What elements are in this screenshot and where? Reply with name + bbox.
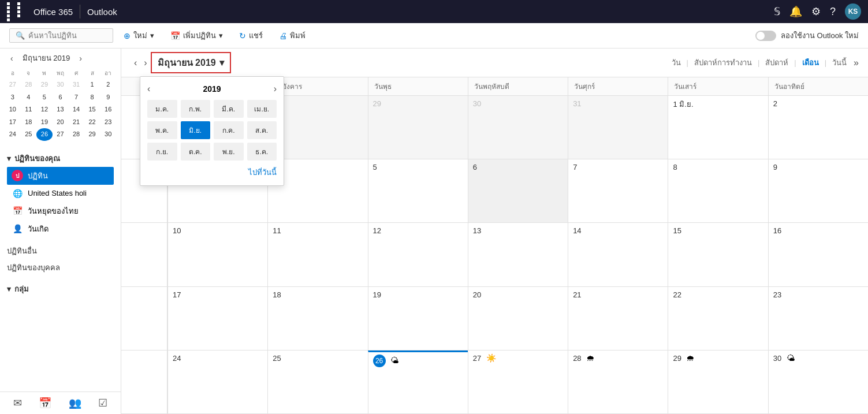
sidebar-item-birthday[interactable]: 👤 วันเกิด: [7, 220, 114, 238]
mini-day[interactable]: 6: [53, 91, 69, 104]
app-launcher-icon[interactable]: [7, 2, 27, 21]
cal-day[interactable]: 14: [568, 223, 668, 286]
mini-day[interactable]: 18: [21, 116, 37, 129]
cal-day[interactable]: 12: [368, 223, 468, 286]
mini-day[interactable]: 28: [68, 128, 84, 141]
cal-day[interactable]: 31: [568, 96, 668, 159]
view-day[interactable]: วัน: [669, 55, 683, 70]
view-work-week[interactable]: สัปดาห์การทำงาน: [692, 55, 754, 70]
avatar[interactable]: KS: [845, 3, 861, 20]
people-calendars[interactable]: ปฏิทินของบุคคล: [0, 259, 121, 276]
cal-day[interactable]: 21: [568, 287, 668, 350]
help-icon[interactable]: ?: [830, 6, 836, 18]
mini-day[interactable]: 27: [53, 128, 69, 141]
cal-day[interactable]: 19: [368, 287, 468, 350]
mail-icon[interactable]: ✉: [13, 397, 22, 409]
settings-icon[interactable]: ⚙: [811, 5, 821, 18]
cal-day[interactable]: 17: [167, 287, 267, 350]
cal-day[interactable]: 18: [267, 287, 367, 350]
mini-day[interactable]: 29: [84, 128, 100, 141]
month-title-btn[interactable]: มิถุนายน 2019 ▾: [151, 52, 231, 73]
collapse-sidebar-btn[interactable]: »: [854, 58, 859, 68]
cal-day[interactable]: 5: [368, 159, 468, 222]
skype-icon[interactable]: 𝕊: [774, 5, 780, 18]
calendar-icon[interactable]: 📅: [39, 397, 51, 409]
mini-next-btn[interactable]: ›: [76, 53, 85, 64]
mp-month-may[interactable]: พ.ค.: [147, 121, 177, 139]
mini-day[interactable]: 28: [21, 79, 37, 91]
mini-day[interactable]: 9: [100, 91, 116, 104]
cal-day[interactable]: 23: [768, 287, 868, 350]
mini-day[interactable]: 27: [5, 79, 21, 91]
cal-day[interactable]: 28 🌧: [568, 350, 668, 413]
cal-day[interactable]: 29 🌧: [668, 350, 768, 413]
cal-day[interactable]: 27 ☀️: [468, 350, 568, 413]
cal-prev-btn[interactable]: ‹: [131, 57, 140, 69]
cal-day[interactable]: 13: [468, 223, 568, 286]
mini-day[interactable]: 17: [5, 116, 21, 129]
print-button[interactable]: 🖨 พิมพ์: [273, 27, 311, 44]
mini-day[interactable]: 15: [84, 103, 100, 116]
mini-prev-btn[interactable]: ‹: [7, 53, 17, 64]
cal-day[interactable]: 30 🌤: [768, 350, 868, 413]
cal-day[interactable]: 9: [768, 159, 868, 222]
cal-day[interactable]: 22: [668, 287, 768, 350]
cal-day[interactable]: 24: [167, 350, 267, 413]
search-box[interactable]: 🔍: [9, 28, 113, 43]
mini-day[interactable]: 25: [21, 128, 37, 141]
mini-day[interactable]: 13: [53, 103, 69, 116]
sidebar-item-calendar[interactable]: ป ปฏิทิน: [7, 167, 114, 185]
mini-day[interactable]: 31: [68, 79, 84, 91]
view-month[interactable]: เดือน: [800, 55, 821, 70]
groups-header[interactable]: ▾ กลุ่ม: [7, 281, 114, 297]
mini-day[interactable]: 10: [5, 103, 21, 116]
cal-day[interactable]: 25: [267, 350, 367, 413]
mp-month-jan[interactable]: ม.ค.: [147, 100, 177, 118]
mp-month-apr[interactable]: เม.ย.: [247, 100, 277, 118]
cal-day[interactable]: 2: [768, 96, 868, 159]
mini-day[interactable]: 30: [100, 128, 116, 141]
mini-day[interactable]: 4: [21, 91, 37, 104]
mp-month-mar[interactable]: มี.ค.: [214, 100, 244, 118]
mini-day[interactable]: 30: [53, 79, 69, 91]
other-calendars[interactable]: ปฏิทินอื่น: [0, 243, 121, 259]
mp-today-link[interactable]: ไปที่วันนี้: [248, 168, 277, 177]
cal-day[interactable]: 30: [468, 96, 568, 159]
tasks-icon[interactable]: ☑: [98, 397, 107, 409]
mini-day[interactable]: 7: [68, 91, 84, 104]
mini-day[interactable]: 29: [36, 79, 53, 91]
cal-day[interactable]: 29: [368, 96, 468, 159]
cal-day[interactable]: 6: [468, 159, 568, 222]
view-today[interactable]: วันนี้: [830, 55, 849, 70]
mini-day[interactable]: 23: [100, 116, 116, 129]
mini-day[interactable]: 20: [53, 116, 69, 129]
cal-day[interactable]: 15: [668, 223, 768, 286]
mini-day[interactable]: 22: [84, 116, 100, 129]
search-input[interactable]: [28, 31, 103, 40]
cal-day[interactable]: 10: [167, 223, 267, 286]
notification-icon[interactable]: 🔔: [789, 5, 802, 18]
mini-day[interactable]: 11: [21, 103, 37, 116]
people-icon[interactable]: 👥: [69, 397, 81, 409]
mini-day[interactable]: 8: [84, 91, 100, 104]
my-calendars-header[interactable]: ▾ ปฏิทินของคุณ: [7, 150, 114, 167]
mp-month-aug[interactable]: ส.ค.: [247, 121, 277, 139]
mini-day[interactable]: 2: [100, 79, 116, 91]
cal-day[interactable]: 8: [668, 159, 768, 222]
sidebar-item-thai-holidays[interactable]: 📅 วันหยุดของไทย: [7, 202, 114, 220]
share-button[interactable]: ↻ แชร์: [233, 27, 269, 44]
mini-day[interactable]: 5: [36, 91, 53, 104]
mini-day-today[interactable]: 26: [36, 128, 53, 141]
mini-day[interactable]: 24: [5, 128, 21, 141]
mp-month-jun[interactable]: มิ.ย.: [181, 121, 211, 139]
mp-month-jul[interactable]: ก.ค.: [214, 121, 244, 139]
cal-next-btn[interactable]: ›: [140, 57, 150, 69]
add-calendar-button[interactable]: 📅 เพิ่มปฏิทิน ▾: [165, 27, 229, 44]
mini-day[interactable]: 3: [5, 91, 21, 104]
cal-day[interactable]: 11: [267, 223, 367, 286]
mp-next-btn[interactable]: ›: [274, 84, 277, 94]
cal-day[interactable]: 7: [568, 159, 668, 222]
cal-day[interactable]: 20: [468, 287, 568, 350]
mp-month-feb[interactable]: ก.พ.: [181, 100, 211, 118]
mini-day[interactable]: 1: [84, 79, 100, 91]
